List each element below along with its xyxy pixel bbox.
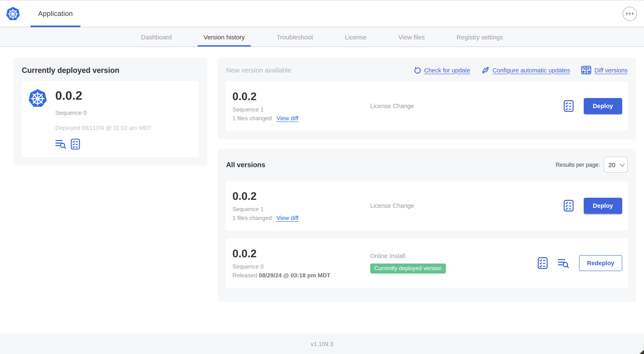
app-header: Application	[0, 1, 644, 27]
files-changed-label: 1 files changed	[232, 115, 272, 122]
deploy-button[interactable]: Deploy	[584, 198, 622, 214]
footer: v1.109.3	[0, 333, 644, 354]
tab-license[interactable]: License	[339, 27, 372, 47]
results-per-page: Results per page: 20	[556, 157, 628, 173]
deployed-sequence: Sequence 0	[55, 109, 152, 116]
version-number: 0.0.2	[232, 91, 370, 103]
app-kubernetes-logo-icon	[28, 88, 48, 109]
all-versions-panel: All versions Results per page: 20	[218, 149, 636, 302]
currently-deployed-title: Currently deployed version	[22, 66, 199, 75]
results-per-page-label: Results per page:	[556, 162, 600, 168]
diff-icon	[582, 66, 592, 75]
preflight-checks-icon[interactable]	[564, 200, 574, 212]
new-version-panel: New version available Check for update	[218, 58, 636, 140]
files-changed-label: 1 files changed	[232, 214, 272, 221]
admin-console-screen: Application Dashboard Version history Tr…	[0, 0, 644, 354]
diff-versions-link[interactable]: Diff versions	[582, 66, 628, 75]
deployed-version-number: 0.0.2	[55, 89, 152, 103]
screen-scale-wrapper: Application Dashboard Version history Tr…	[0, 0, 644, 354]
version-source-label: Online Install	[370, 253, 538, 259]
version-source-label: License Change	[370, 103, 564, 109]
view-logs-icon[interactable]	[558, 258, 569, 268]
new-version-title: New version available	[226, 66, 291, 74]
preflight-checks-icon[interactable]	[71, 139, 80, 150]
version-sequence: Sequence 1	[232, 206, 370, 212]
app-tab-application[interactable]: Application	[30, 1, 80, 27]
check-for-update-link[interactable]: Check for update	[414, 66, 470, 74]
released-label: Released	[232, 272, 257, 279]
schedule-update-icon	[482, 66, 490, 74]
version-number: 0.0.2	[232, 190, 370, 203]
currently-deployed-badge: Currently deployed version	[370, 263, 446, 273]
currently-deployed-panel: Currently deployed version 0.0.2 Sequenc…	[14, 58, 207, 165]
more-menu-button[interactable]	[623, 7, 637, 21]
version-row: 0.0.2 Sequence 1 1 files changed View di…	[226, 181, 628, 230]
released-date: 08/29/24 @ 03:18 pm MDT	[259, 272, 330, 279]
version-row: 0.0.2 Sequence 0 Released08/29/24 @ 03:1…	[226, 238, 628, 288]
refresh-icon	[414, 66, 421, 74]
version-number: 0.0.2	[232, 248, 370, 260]
new-version-row: 0.0.2 Sequence 1 1 files changed View di…	[226, 81, 628, 131]
view-diff-link[interactable]: View diff	[276, 214, 298, 221]
kubernetes-logo-icon	[6, 6, 20, 21]
preflight-checks-icon[interactable]	[564, 100, 574, 112]
cursor-artifact	[640, 350, 644, 354]
tab-troubleshoot[interactable]: Troubleshoot	[271, 27, 319, 47]
results-per-page-select[interactable]: 20	[604, 157, 628, 173]
tab-active-indicator	[198, 45, 250, 47]
version-sequence: Sequence 0	[232, 263, 370, 270]
deployed-timestamp: Deployed 09/11/24 @ 11:02 am MDT	[55, 124, 152, 131]
main-content: Currently deployed version 0.0.2 Sequenc…	[0, 47, 644, 333]
version-sequence: Sequence 1	[232, 106, 370, 113]
currently-deployed-card: 0.0.2 Sequence 0 Deployed 09/11/24 @ 11:…	[22, 81, 199, 157]
redeploy-button[interactable]: Redeploy	[579, 255, 622, 271]
all-versions-title: All versions	[226, 161, 265, 169]
console-version: v1.109.3	[311, 340, 333, 347]
ellipsis-icon	[626, 13, 628, 15]
tab-registry-settings[interactable]: Registry settings	[451, 27, 509, 47]
tab-dashboard[interactable]: Dashboard	[135, 27, 178, 47]
deploy-button[interactable]: Deploy	[584, 98, 622, 114]
nav-tab-bar: Dashboard Version history Troubleshoot L…	[0, 27, 644, 47]
app-tab-active-indicator	[30, 26, 80, 27]
version-source-label: License Change	[370, 202, 564, 209]
versions-list: 0.0.2 Sequence 1 1 files changed View di…	[226, 181, 628, 288]
configure-automatic-updates-link[interactable]: Configure automatic updates	[482, 66, 570, 74]
view-diff-link[interactable]: View diff	[276, 115, 298, 122]
right-column: New version available Check for update	[218, 58, 636, 302]
app-tab-label: Application	[38, 10, 73, 18]
update-links: Check for update	[414, 66, 628, 75]
tab-view-files[interactable]: View files	[392, 27, 431, 47]
preflight-checks-icon[interactable]	[538, 257, 548, 269]
view-logs-icon[interactable]	[55, 139, 66, 149]
tab-version-history[interactable]: Version history	[198, 27, 250, 47]
